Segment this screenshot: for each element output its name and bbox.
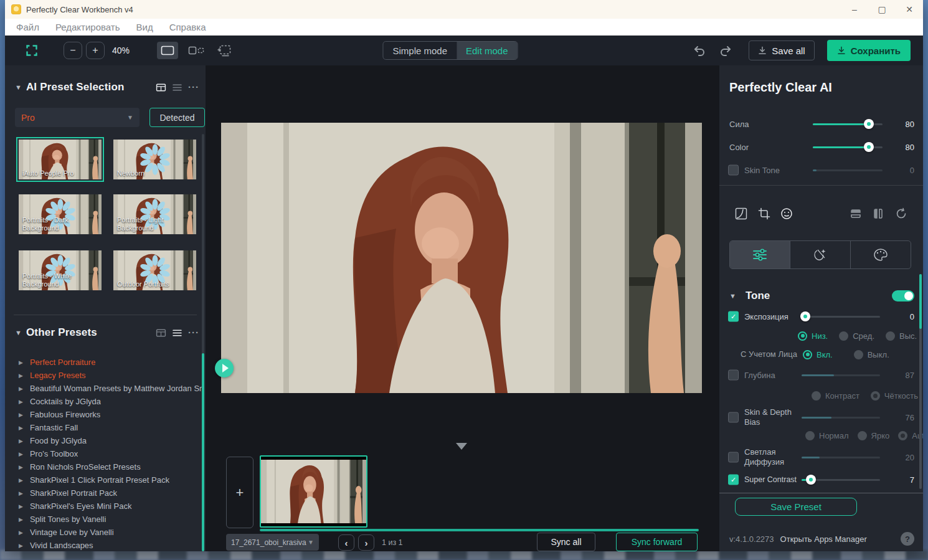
sync-all-button[interactable]: Sync all [537,533,595,551]
crop-icon[interactable] [757,206,771,221]
preset-group-row[interactable]: ▶SharkPixel's Eyes Mini Pack [5,500,202,513]
light-diffusion-checkbox[interactable]: ✓ [728,452,739,463]
preset-group-perfect-portraiture[interactable]: ▶Perfect Portraiture [5,356,202,369]
simple-mode-tab[interactable]: Simple mode [383,42,457,59]
ai-preset-thumb-portraits-light[interactable]: Portraits - Light Background [113,194,196,234]
preset-group-row[interactable]: ▶Cocktails by JGlyda [5,395,202,408]
ai-preset-thumb-portraits-white[interactable]: Portraits - White Background [19,250,102,290]
ai-preset-thumb-newborn[interactable]: Newborn [113,140,196,179]
tab-color-palette[interactable] [850,241,911,268]
list-view-icon[interactable] [172,328,182,338]
radio-normal[interactable]: Нормал [805,431,849,440]
previous-image-button[interactable]: ‹ [338,534,354,551]
filmstrip-scrollbar[interactable] [260,529,699,531]
radio-on[interactable]: Вкл. [803,350,833,359]
ai-preset-thumb-portraits-dark[interactable]: Portraits - Dark Background [19,194,102,234]
radio-vivid[interactable]: Ярко [858,431,890,440]
ai-preset-thumb-outdoor[interactable]: Outdoor Portraits [113,250,196,290]
slider-handle[interactable] [864,119,874,129]
before-after-handle[interactable] [215,359,234,377]
maximize-button[interactable]: ▢ [868,0,896,19]
slider-handle[interactable] [864,142,874,152]
edited-photo[interactable] [221,123,702,393]
tab-adjustments[interactable] [730,241,790,268]
add-image-button[interactable]: + [226,457,253,528]
radio-clarity[interactable]: Чёткость [871,391,918,401]
undo-icon[interactable] [693,44,706,57]
preset-group-row[interactable]: ▶Fantastic Fall [5,421,202,434]
exposure-slider[interactable] [802,311,880,321]
menu-help[interactable]: Справка [169,22,206,32]
left-panel-scrollbar-thumb[interactable] [202,353,204,551]
light-diffusion-slider[interactable] [802,452,880,462]
preset-group-row[interactable]: ▶SharkPixel Portrait Pack [5,486,202,500]
collapse-section-icon[interactable]: ▼ [729,292,736,300]
depth-checkbox[interactable]: ✓ [728,370,739,381]
apps-manager-link[interactable]: Открыть Apps Manager [780,534,867,544]
radio-low[interactable]: Низ. [798,331,828,341]
fit-screen-icon[interactable] [25,44,39,57]
exposure-checkbox[interactable]: ✓ [728,311,739,322]
split-view-button[interactable] [186,42,207,59]
ai-preset-thumb-iauto-people-pro[interactable]: iAuto People Pro [19,140,102,179]
list-view-icon[interactable] [172,82,182,93]
menu-view[interactable]: Вид [136,22,153,32]
depth-slider[interactable] [802,370,880,380]
preset-group-legacy-presets[interactable]: ▶Legacy Presets [5,369,202,382]
sync-forward-button[interactable]: Sync forward [616,533,698,551]
save-button[interactable]: Сохранить [827,40,911,61]
single-view-button[interactable] [157,42,178,59]
slider-handle[interactable] [806,475,816,485]
rotate-icon[interactable] [894,206,908,221]
skin-tone-checkbox[interactable]: ✓ [728,165,739,176]
tab-portrait-tools[interactable] [790,241,850,268]
redo-icon[interactable] [719,44,732,57]
next-image-button[interactable]: › [358,534,374,551]
minimize-button[interactable]: – [841,0,868,19]
save-all-button[interactable]: Save all [749,40,814,60]
radio-off[interactable]: Выкл. [854,350,889,359]
close-button[interactable]: ✕ [896,0,923,19]
right-panel-scrollbar-thumb[interactable] [919,274,922,329]
more-options-icon[interactable]: ··· [188,330,199,336]
filmstrip-thumbnail[interactable] [260,455,367,528]
radio-contrast[interactable]: Контраст [812,391,859,401]
preset-group-row[interactable]: ▶Vintage Love by Vanelli [5,526,202,539]
zoom-in-button[interactable]: + [86,42,105,59]
menu-edit[interactable]: Редактировать [55,22,120,32]
skin-tone-slider[interactable] [813,165,883,175]
collapse-section-icon[interactable]: ▼ [15,83,22,91]
menu-file[interactable]: Файл [16,22,39,32]
save-preset-button[interactable]: Save Preset [735,498,857,516]
help-button[interactable]: ? [901,532,914,546]
flip-horizontal-icon[interactable] [871,206,885,221]
flip-vertical-icon[interactable] [849,206,863,221]
super-contrast-slider[interactable] [802,475,880,485]
curves-icon[interactable] [734,206,748,221]
tone-toggle[interactable] [892,290,914,301]
skin-depth-bias-checkbox[interactable]: ✓ [728,412,739,423]
side-by-side-view-button[interactable] [214,42,235,59]
filename-dropdown[interactable]: 17_2671_oboi_krasiva ▼ [226,534,319,551]
preset-group-row[interactable]: ▶Food by JGlyda [5,434,202,447]
zoom-out-button[interactable]: − [64,42,82,59]
filmstrip-collapse-icon[interactable] [456,443,467,450]
edit-mode-tab[interactable]: Edit mode [457,42,518,59]
preset-group-row[interactable]: ▶Beautiful Woman Presets by Matthew Jord… [5,382,202,395]
preset-group-row[interactable]: ▶Pro's Toolbox [5,447,202,460]
grid-view-icon[interactable] [156,328,166,338]
detected-button[interactable]: Detected [149,108,205,127]
more-options-icon[interactable]: ··· [188,84,199,90]
preset-group-row[interactable]: ▶Ron Nichols ProSelect Presets [5,460,202,473]
preset-group-row[interactable]: ▶Fabulous Fireworks [5,408,202,421]
preset-category-dropdown[interactable]: Pro ▼ [15,108,140,127]
slider-handle[interactable] [800,311,810,321]
grid-view-icon[interactable] [156,82,166,93]
super-contrast-checkbox[interactable]: ✓ [728,475,739,485]
strength-slider[interactable] [813,119,883,129]
preset-group-row[interactable]: ▶Split Tones by Vanelli [5,513,202,526]
radio-high[interactable]: Выс. [886,331,917,341]
face-retouch-icon[interactable] [780,206,793,221]
color-slider[interactable] [813,142,883,152]
collapse-section-icon[interactable]: ▼ [15,329,22,336]
